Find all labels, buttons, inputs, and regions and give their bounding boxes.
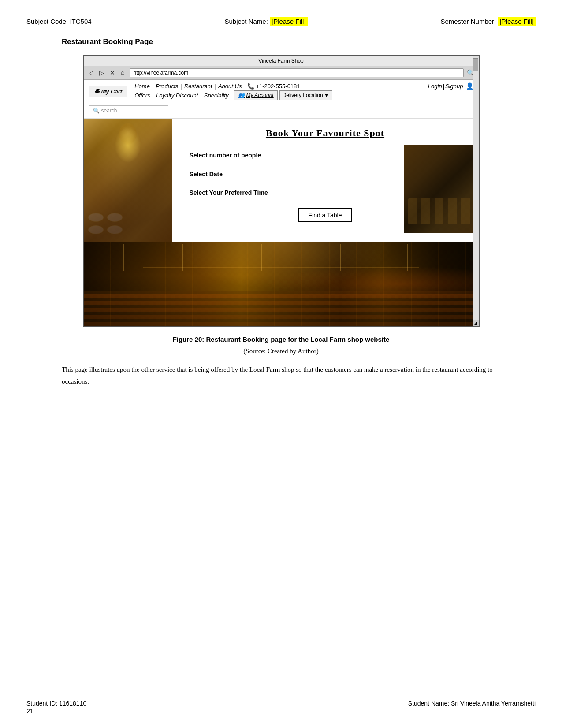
phone-icon: 📞	[247, 83, 254, 90]
semester-number: Semester Number: [Please Fill]	[440, 18, 536, 25]
subject-name-value: [Please Fill]	[270, 17, 308, 26]
my-account-label: My Account	[246, 92, 273, 98]
nav-row-2: Offers | Loyalty Discount | Speciality 👥…	[132, 90, 473, 100]
time-label: Select Your Preferred Time	[190, 189, 268, 196]
login-link[interactable]: Login	[428, 83, 442, 90]
bottom-restaurant-image	[84, 242, 479, 326]
nav-restaurant[interactable]: Restaurant	[182, 83, 215, 90]
find-table-button[interactable]: Find a Table	[298, 208, 351, 222]
booking-title: Book Your Favourite Spot	[266, 127, 384, 139]
back-button[interactable]: ◁	[87, 69, 95, 77]
search-input-container[interactable]: 🔍 search	[89, 105, 168, 116]
close-button[interactable]: ✕	[108, 69, 116, 77]
search-placeholder: search	[101, 108, 117, 114]
my-account-button[interactable]: 👥 My Account	[234, 90, 277, 100]
nav-speciality[interactable]: Speciality	[202, 92, 231, 99]
forward-button[interactable]: ▷	[98, 69, 106, 77]
nav-links: Home | Products | Restaurant | About Us …	[132, 82, 473, 100]
figure-caption: Figure 20: Restaurant Booking page for t…	[26, 336, 536, 343]
browser-title: Vineela Farm Shop	[258, 58, 304, 64]
chevron-down-icon: ▼	[324, 92, 329, 98]
document-footer: Student ID: 11618110 21 Student Name: Sr…	[26, 700, 536, 715]
cart-label: My Cart	[101, 88, 123, 95]
cart-button[interactable]: 🖶 My Cart	[89, 86, 127, 97]
left-restaurant-image	[84, 119, 172, 242]
cart-icon: 🖶	[94, 88, 100, 95]
subject-name: Subject Name: [Please Fill]	[224, 18, 307, 25]
search-icon: 🔍	[93, 108, 100, 114]
right-restaurant-image	[404, 145, 479, 233]
document-header: Subject Code: ITC504 Subject Name: [Plea…	[26, 18, 536, 25]
nav-about-us[interactable]: About Us	[216, 83, 244, 90]
student-name: Student Name: Sri Vineela Anitha Yerrams…	[408, 700, 536, 715]
delivery-label: Delivery Location	[283, 92, 323, 98]
page-number: 21	[26, 708, 86, 715]
people-label: Select number of people	[190, 152, 261, 159]
section-title: Restaurant Booking Page	[62, 37, 536, 46]
nav-products[interactable]: Products	[153, 83, 180, 90]
search-bar-row: 🔍 search	[84, 103, 479, 119]
semester-value: [Please Fill]	[498, 17, 536, 26]
footer-left: Student ID: 11618110 21	[26, 700, 86, 715]
subject-code: Subject Code: ITC504	[26, 18, 92, 25]
signup-link[interactable]: Signup	[445, 83, 463, 90]
website-nav: 🖶 My Cart Home | Products | Restaurant |…	[84, 80, 479, 103]
account-icon: 👥	[238, 92, 245, 98]
delivery-location-button[interactable]: Delivery Location ▼	[279, 90, 332, 100]
home-button[interactable]: ⌂	[119, 69, 127, 77]
nav-loyalty-discount[interactable]: Loyalty Discount	[154, 92, 200, 99]
browser-toolbar: ◁ ▷ ✕ ⌂ 🔍	[84, 66, 479, 80]
browser-titlebar: Vineela Farm Shop	[84, 56, 479, 66]
nav-row-1: Home | Products | Restaurant | About Us …	[132, 82, 473, 90]
address-bar[interactable]	[130, 68, 464, 77]
scrollbar-bottom-arrow[interactable]: ◢	[473, 320, 479, 326]
content-top: Book Your Favourite Spot Select number o…	[84, 119, 479, 242]
website-content: Book Your Favourite Spot Select number o…	[84, 119, 479, 326]
phone-number: 📞 +1-202-555-0181	[247, 83, 300, 90]
scrollbar-thumb[interactable]	[473, 58, 478, 71]
body-paragraph-1: This page illustrates upon the other ser…	[62, 364, 509, 388]
scrollbar[interactable]: ◢	[473, 56, 479, 326]
date-label: Select Date	[190, 171, 223, 178]
nav-home[interactable]: Home	[132, 83, 152, 90]
browser-window: Vineela Farm Shop ◁ ▷ ✕ ⌂ 🔍 🖶 My Cart Ho…	[83, 55, 480, 327]
student-id: Student ID: 11618110	[26, 700, 86, 707]
source-text: (Source: Created by Author)	[26, 347, 536, 355]
auth-links: Login | Signup 👤	[428, 82, 473, 90]
nav-offers[interactable]: Offers	[132, 92, 152, 99]
